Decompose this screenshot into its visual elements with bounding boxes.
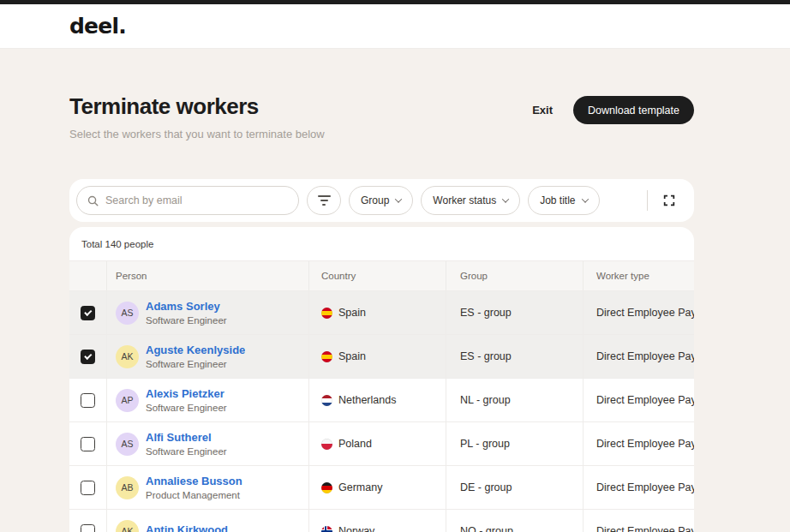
page-head-text: Terminate workers Select the workers tha… [69,93,325,140]
table-row: AK Antin Kirkwood Norway NO - group Dire… [69,509,694,532]
header-group: Group [446,261,584,290]
page-title: Terminate workers [69,93,325,120]
row-checkbox[interactable] [81,306,95,320]
page-subtitle: Select the workers that you want to term… [69,128,325,140]
worker-type-value: Direct Employee Payr [596,350,694,362]
avatar: AK [116,345,139,368]
search-icon [87,194,99,207]
worker-type-value: Direct Employee Payr [596,525,694,532]
country-name: Spain [338,307,366,319]
search-input[interactable] [105,194,289,206]
country-flag-icon [321,439,332,450]
country-name: Germany [338,481,382,493]
group-value: DE - group [460,481,512,493]
table-header-row: Person Country Group Worker type [69,261,694,290]
fullscreen-icon [662,194,676,207]
worker-type-value: Direct Employee Payr [596,481,694,493]
divider [647,190,648,211]
worker-name-link[interactable]: Alexis Pietzker [146,387,227,400]
worker-name-link[interactable]: Alfi Sutherel [146,431,227,444]
country-name: Norway [338,525,374,532]
table-row: AK Aguste Keenlyside Software Engineer S… [69,334,694,378]
check-icon [84,352,92,360]
worker-name-link[interactable]: Adams Sorley [146,300,227,313]
chevron-down-icon [581,195,588,202]
search-input-wrapper[interactable] [76,186,299,215]
exit-button[interactable]: Exit [532,104,553,117]
row-checkbox[interactable] [81,481,95,495]
country-flag-icon [321,526,332,532]
worker-job-title: Software Engineer [146,403,227,413]
page-head: Terminate workers Select the workers tha… [69,93,694,140]
filter-button[interactable] [307,186,341,215]
worker-type-value: Direct Employee Payr [596,307,694,319]
header-checkbox-column [69,261,107,290]
avatar: AS [116,433,139,456]
table-row: AB Annaliese Busson Product Management G… [69,465,694,509]
avatar: AS [116,302,139,325]
row-checkbox[interactable] [81,350,95,364]
deel-logo: deel. [69,14,126,39]
country-name: Netherlands [338,394,396,406]
avatar: AP [116,389,139,412]
country-flag-icon [321,308,332,319]
country-name: Spain [338,350,366,362]
header-worker-type: Worker type [584,261,694,290]
worker-job-title: Software Engineer [146,315,227,326]
row-checkbox[interactable] [81,393,95,408]
country-flag-icon [321,351,332,362]
country-flag-icon [321,395,332,406]
group-value: ES - group [460,350,512,362]
country-flag-icon [321,482,332,493]
worker-name-link[interactable]: Antin Kirkwood [146,523,228,532]
table-row: AS Alfi Sutherel Software Engineer Polan… [69,421,694,465]
job-title-filter-label: Job title [540,194,575,206]
header-person: Person [107,261,309,290]
page-actions: Exit Download template [532,96,694,124]
filter-bar: Group Worker status Job title [69,179,694,222]
table-row: AS Adams Sorley Software Engineer Spain … [69,290,694,334]
main-content: Terminate workers Select the workers tha… [69,93,694,532]
group-value: NO - group [460,525,513,532]
job-title-filter-dropdown[interactable]: Job title [528,186,599,215]
group-filter-label: Group [361,194,389,206]
group-value: ES - group [460,307,512,319]
check-icon [84,308,92,316]
expand-button[interactable] [655,194,687,207]
group-value: NL - group [460,394,511,406]
worker-type-value: Direct Employee Payr [596,394,694,406]
filter-lines-icon [318,195,331,206]
worker-name-link[interactable]: Aguste Keenlyside [146,344,245,356]
worker-type-value: Direct Employee Payr [596,438,694,450]
app-header: deel. [0,4,790,49]
chevron-down-icon [395,195,402,202]
worker-job-title: Software Engineer [146,446,227,457]
table-row: AP Alexis Pietzker Software Engineer Net… [69,378,694,421]
worker-name-link[interactable]: Annaliese Busson [146,475,242,487]
worker-job-title: Software Engineer [146,359,245,369]
group-filter-dropdown[interactable]: Group [349,186,413,215]
row-checkbox[interactable] [81,437,95,451]
header-country: Country [309,261,446,290]
workers-table: Total 140 people Person Country Group Wo… [69,227,694,532]
avatar: AK [116,520,139,532]
avatar: AB [116,476,139,499]
download-template-button[interactable]: Download template [573,96,694,124]
row-checkbox[interactable] [81,524,95,532]
table-total: Total 140 people [69,227,694,261]
worker-status-filter-dropdown[interactable]: Worker status [421,186,520,215]
worker-status-filter-label: Worker status [433,194,496,206]
chevron-down-icon [502,195,509,202]
country-name: Poland [338,438,372,450]
worker-job-title: Product Management [146,490,242,500]
group-value: PL - group [460,438,510,450]
